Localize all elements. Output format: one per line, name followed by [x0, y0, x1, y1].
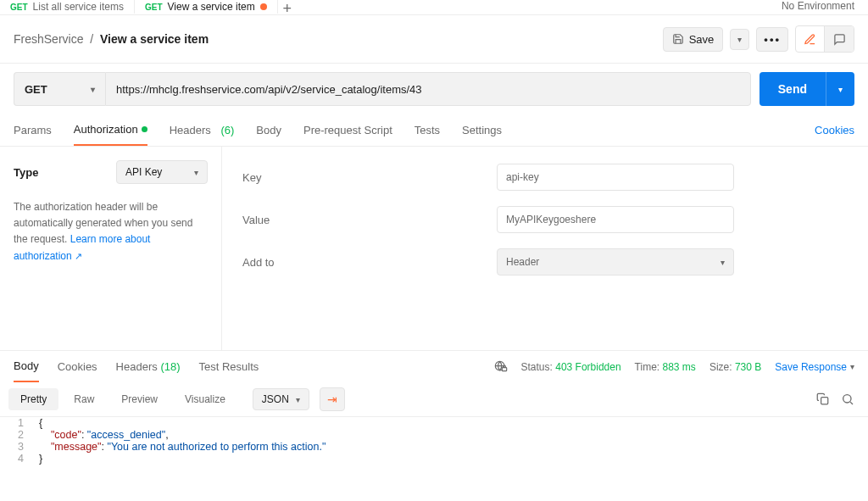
subtab-visualize[interactable]: Visualize: [173, 388, 237, 410]
request-tabs: Params Authorization Headers (6) Body Pr…: [0, 114, 868, 147]
value-input[interactable]: MyAPIKeygoeshere: [497, 206, 734, 233]
line-number: 4: [0, 453, 34, 465]
svg-rect-1: [502, 367, 506, 370]
cookies-link[interactable]: Cookies: [815, 115, 854, 145]
resp-tab-tests[interactable]: Test Results: [199, 352, 259, 381]
tab-body[interactable]: Body: [256, 115, 281, 145]
wrap-icon: ⇥: [327, 392, 337, 406]
response-subtabs: Pretty Raw Preview Visualize JSON ▾ ⇥: [0, 382, 868, 417]
addto-value: Header: [506, 256, 539, 268]
key-label: Key: [242, 171, 497, 184]
auth-sidebar: Type API Key ▾ The authorization header …: [0, 147, 222, 350]
tab-active[interactable]: GET View a service item: [135, 0, 278, 14]
auth-type-value: API Key: [125, 166, 162, 178]
breadcrumb-item: View a service item: [100, 32, 209, 46]
response-tabs: Body Cookies Headers (18) Test Results S…: [0, 350, 868, 382]
save-label: Save: [689, 33, 715, 46]
unsaved-dot-icon: [260, 3, 267, 10]
environment-selector[interactable]: No Environment: [768, 0, 868, 12]
svg-line-4: [850, 402, 853, 404]
chevron-down-icon: ▾: [721, 258, 725, 267]
tab-label: List all service items: [33, 1, 124, 13]
time-readout: Time: 883 ms: [635, 361, 696, 373]
breadcrumb-row: FreshService / View a service item Save …: [0, 15, 868, 64]
save-dropdown-button[interactable]: ▾: [730, 29, 749, 50]
resp-tab-cookies[interactable]: Cookies: [58, 352, 97, 381]
request-url-row: GET ▾ https://mhclg.freshservice.com/api…: [0, 64, 868, 114]
external-link-icon: ↗: [75, 251, 82, 261]
tab-tests[interactable]: Tests: [415, 115, 440, 145]
tab-authorization[interactable]: Authorization: [74, 114, 147, 146]
svg-point-3: [843, 395, 851, 403]
auth-type-select[interactable]: API Key ▾: [116, 160, 208, 184]
auth-panel: Type API Key ▾ The authorization header …: [0, 147, 868, 350]
size-readout: Size: 730 B: [709, 361, 761, 373]
chevron-down-icon: ▾: [737, 35, 742, 44]
key-input[interactable]: api-key: [497, 164, 734, 191]
tab-settings[interactable]: Settings: [462, 115, 502, 145]
resp-tab-body[interactable]: Body: [14, 351, 39, 382]
new-tab-button[interactable]: +: [278, 0, 297, 18]
auth-fields: Key api-key Value MyAPIKeygoeshere Add t…: [222, 147, 868, 350]
chevron-down-icon: ▾: [850, 362, 854, 371]
tab-params[interactable]: Params: [14, 115, 52, 145]
chevron-down-icon: ▾: [194, 168, 198, 177]
tab-prerequest[interactable]: Pre-request Script: [303, 115, 392, 145]
save-icon: [672, 33, 684, 45]
tab-headers[interactable]: Headers (6): [170, 115, 235, 145]
resp-tab-headers[interactable]: Headers (18): [116, 352, 181, 381]
subtab-raw[interactable]: Raw: [62, 388, 106, 410]
auth-description: The authorization header will be automat…: [14, 199, 208, 264]
pencil-icon: [804, 33, 816, 46]
send-button[interactable]: Send: [760, 72, 826, 106]
subtab-preview[interactable]: Preview: [109, 388, 170, 410]
ellipsis-icon: •••: [764, 33, 781, 46]
line-number: 1: [0, 417, 34, 429]
active-indicator-icon: [142, 126, 147, 132]
method-value: GET: [25, 83, 47, 96]
wrap-lines-button[interactable]: ⇥: [320, 387, 345, 411]
url-input[interactable]: https://mhclg.freshservice.com/api/v2/se…: [105, 72, 751, 106]
http-method-select[interactable]: GET ▾: [14, 72, 105, 106]
save-response-button[interactable]: Save Response ▾: [775, 361, 854, 373]
comment-icon: [833, 33, 846, 46]
send-dropdown-button[interactable]: ▾: [826, 72, 854, 106]
open-tabs: GET List all service items GET View a se…: [0, 0, 868, 15]
search-button[interactable]: [841, 392, 854, 406]
response-body[interactable]: 1{ 2 "code": "access_denied", 3 "message…: [0, 417, 868, 465]
side-tools: [795, 25, 854, 53]
line-number: 3: [0, 441, 34, 453]
addto-select[interactable]: Header ▾: [497, 248, 734, 276]
tab-label: View a service item: [168, 1, 255, 13]
chevron-down-icon: ▾: [296, 395, 300, 404]
subtab-pretty[interactable]: Pretty: [8, 388, 58, 410]
addto-label: Add to: [242, 256, 497, 269]
svg-rect-2: [821, 398, 828, 404]
breadcrumb-collection[interactable]: FreshService /: [14, 32, 100, 46]
network-icon[interactable]: [494, 360, 508, 374]
status-readout: Status: 403 Forbidden: [521, 361, 621, 373]
tab-method-badge: GET: [145, 3, 163, 12]
value-label: Value: [242, 214, 497, 226]
response-lang-select[interactable]: JSON ▾: [253, 388, 309, 410]
save-button[interactable]: Save: [663, 27, 724, 52]
auth-type-label: Type: [14, 166, 38, 179]
comments-button[interactable]: [825, 26, 854, 52]
chevron-down-icon: ▾: [838, 85, 843, 94]
tab-prev[interactable]: GET List all service items: [0, 0, 135, 14]
line-number: 2: [0, 429, 34, 441]
tab-method-badge: GET: [10, 3, 28, 12]
more-actions-button[interactable]: •••: [756, 27, 788, 52]
copy-button[interactable]: [816, 392, 829, 406]
chevron-down-icon: ▾: [91, 85, 95, 94]
edit-button[interactable]: [796, 26, 825, 52]
